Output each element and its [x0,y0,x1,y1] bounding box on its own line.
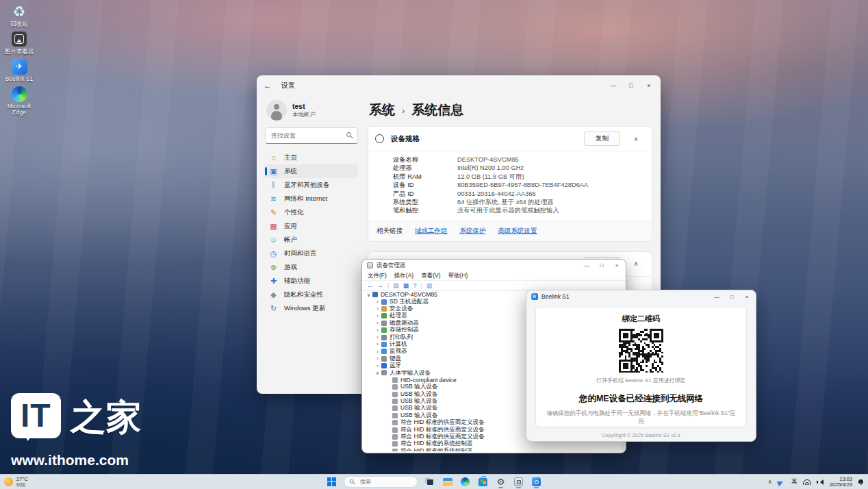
spec-label: 系统类型 [393,198,457,206]
close-button[interactable]: × [640,79,658,92]
spec-row: 处理器 Intel(R) N200 1.00 GHz [393,164,645,172]
volume-icon[interactable] [817,479,824,485]
settings-nav-item[interactable]: ✚ 辅助功能 [265,274,358,288]
minimize-button[interactable]: — [604,79,622,92]
settings-titlebar[interactable]: ← 设置 — □ × [257,75,661,96]
devmgr-toolbar-button[interactable]: ← [367,281,373,290]
microsoft-store-button[interactable] [477,475,489,488]
ithome-url: www.ithome.com [11,452,142,468]
device-specs-title: 设备规格 [391,134,420,144]
settings-nav-item[interactable]: ▦ 应用 [265,219,358,233]
tree-expander-icon[interactable]: › [374,349,381,355]
tree-expander-icon[interactable]: › [374,305,381,312]
notification-bell-icon[interactable] [858,479,864,486]
breadcrumb-root[interactable]: 系统 [369,101,395,119]
settings-nav-item[interactable]: ▣ 系统 [265,164,358,178]
menu-item[interactable]: 文件(F) [368,272,387,280]
devmgr-toolbar-button[interactable]: | [420,281,422,290]
tree-expander-icon[interactable]: › [374,363,381,369]
weather-widget[interactable]: 27°C 晴朗 [4,475,28,489]
devmgr-toolbar-button[interactable]: | [387,281,389,290]
recycle-bin-shortcut[interactable]: ♻ 回收站 [1,3,37,27]
tree-expander-icon[interactable]: › [374,334,381,340]
tree-expander-icon[interactable]: › [374,299,381,305]
start-button[interactable] [326,475,337,488]
clock[interactable]: 13:03 2025/4/23 [830,477,852,488]
related-link[interactable]: 高级系统设置 [498,227,537,236]
avatar [266,100,287,121]
nav-item-label: 游戏 [284,263,297,272]
beelink-taskbar-button[interactable] [531,475,542,488]
settings-search-input[interactable] [270,131,346,140]
minimize-button[interactable]: — [709,292,724,302]
user-profile[interactable]: test 本地帐户 [265,97,358,127]
maximize-button[interactable]: □ [622,79,640,92]
nav-item-label: 个性化 [284,208,304,217]
devmgr-toolbar-button[interactable]: ▥ [426,281,433,290]
settings-taskbar-button[interactable]: ⚙ [495,475,507,488]
settings-nav-item[interactable]: ✎ 个性化 [265,205,358,219]
device-manager-taskbar-button[interactable] [513,475,524,488]
settings-nav-item[interactable]: ᛒ 蓝牙和其他设备 [265,178,358,192]
settings-nav-item[interactable]: ≋ 网络和 Internet [265,192,358,205]
collapse-chevron-icon[interactable]: ∧ [627,260,645,267]
photo-viewer-shortcut[interactable]: 图片查看器 [1,30,37,55]
tree-expander-icon[interactable]: › [374,320,381,326]
menu-item[interactable]: 操作(A) [394,272,413,280]
nav-item-label: 隐私和安全性 [284,290,323,299]
device-category-icon [392,399,398,404]
tree-expander-icon[interactable]: ∨ [366,292,372,298]
settings-search-box[interactable] [265,127,358,144]
menu-item[interactable]: 查看(V) [421,272,440,280]
collapse-chevron-icon[interactable]: ∧ [627,136,645,142]
hidden-icons-chevron[interactable]: ∧ [768,479,772,485]
tree-item[interactable]: 符合 HID 标准的系统控制器 [363,448,620,451]
beelink-icon [531,293,538,300]
edge-button[interactable] [459,475,471,488]
related-link[interactable]: 域或工作组 [415,227,448,236]
photo-viewer-icon [12,32,27,47]
minimize-button[interactable]: — [579,260,594,271]
settings-nav-item[interactable]: ◷ 时间和语言 [265,247,358,260]
file-explorer-button[interactable] [442,475,453,488]
back-button[interactable]: ← [264,81,277,90]
edge-shortcut[interactable]: Microsoft Edge [1,85,37,116]
tree-expander-icon[interactable]: › [374,355,381,362]
copy-button[interactable]: 复制 [584,131,620,146]
settings-nav-item[interactable]: ↻ Windows 更新 [265,301,358,315]
maximize-button[interactable]: □ [594,260,609,271]
ithome-logo-cjk: 之家 [71,393,142,441]
tree-expander-icon[interactable]: ∨ [374,370,381,376]
related-link[interactable]: 系统保护 [460,227,486,236]
device-category-icon [372,292,378,297]
device-category-icon [381,327,387,333]
nav-item-icon: ◷ [269,249,278,258]
devmgr-toolbar-button[interactable]: ▦ [403,281,409,290]
taskbar-search-input[interactable] [359,478,403,486]
tree-expander-icon[interactable]: › [374,341,381,347]
device-manager-titlebar[interactable]: 设备管理器 — □ × [362,260,626,271]
ime-indicator[interactable]: 英 [791,477,797,486]
settings-nav-item[interactable]: ☺ 帐户 [265,233,358,247]
breadcrumb-current: 系统信息 [411,101,463,119]
settings-nav-item[interactable]: ⊗ 游戏 [265,260,358,274]
tree-expander-icon[interactable]: › [374,313,381,319]
devmgr-toolbar-button[interactable]: ▤ [393,281,399,290]
spec-row: 设备 ID 80B359ED-5B97-4957-8B8D-7EB4F428D6… [393,181,645,189]
maximize-button[interactable]: □ [724,292,739,302]
tray-app-icon[interactable] [776,477,786,486]
taskbar-search[interactable] [344,476,418,488]
close-button[interactable]: × [609,260,624,271]
settings-nav-item[interactable]: ◆ 隐私和安全性 [265,288,358,301]
close-button[interactable]: × [739,292,754,302]
settings-nav-item[interactable]: ⌂ 主页 [265,151,358,164]
task-view-button[interactable] [424,475,435,488]
beelink-shortcut[interactable]: ✈ Beelink S1 [1,58,37,82]
tree-expander-icon[interactable]: › [374,327,381,334]
devmgr-toolbar-button[interactable]: → [377,281,383,290]
wifi-icon[interactable] [803,479,811,485]
nav-item-label: 蓝牙和其他设备 [284,181,330,190]
devmgr-toolbar-button[interactable]: ? [413,281,416,290]
beelink-titlebar[interactable]: Beelink S1 — □ × [526,290,756,303]
menu-item[interactable]: 帮助(H) [448,272,468,280]
